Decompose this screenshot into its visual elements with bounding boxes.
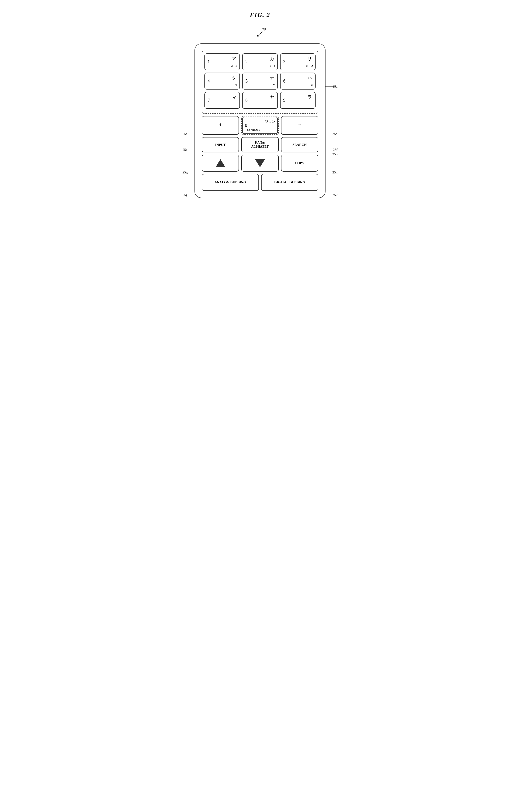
key-3[interactable]: 3 サ K - O (280, 53, 316, 70)
key-symbols-dashed: 0 ワラン SYMBOLS (241, 116, 279, 135)
key-8[interactable]: 8 ヤ (242, 92, 278, 109)
ref-25k: 25k (333, 193, 338, 197)
key-2-alpha: F - J (270, 64, 275, 68)
ref-25-arrow (253, 30, 267, 39)
key-3-kana: サ (307, 56, 312, 62)
key-analog-dubbing-label: ANALOG DUBBING (215, 180, 246, 184)
key-3-alpha: K - O (306, 64, 313, 68)
up-triangle-icon (215, 159, 226, 167)
ref-25j: 25j (183, 193, 187, 197)
key-5-number: 5 (245, 78, 248, 84)
key-9-kana: ラ (307, 94, 312, 100)
key-8-kana: ヤ (270, 94, 274, 100)
key-digital-dubbing[interactable]: DIGITAL DUBBING (261, 174, 318, 191)
key-analog-dubbing[interactable]: ANALOG DUBBING (202, 174, 259, 191)
key-4[interactable]: 4 タ P - T (204, 73, 240, 90)
key-7[interactable]: 7 マ (204, 92, 240, 109)
key-hash[interactable]: # (281, 116, 318, 135)
key-1[interactable]: 1 ア A - E (204, 53, 240, 70)
key-kana-alphabet-label: KANA/ALPHABET (251, 141, 268, 149)
key-input-label: INPUT (215, 143, 226, 147)
key-1-number: 1 (208, 59, 210, 65)
key-6-alpha: Z (311, 83, 313, 87)
key-0-kana: ワラン (265, 119, 276, 124)
key-6-kana: ハ (307, 75, 312, 81)
key-hash-label: # (298, 122, 301, 128)
ref-25e: 25e (183, 148, 187, 152)
key-4-kana: タ (232, 75, 236, 81)
ref-25g: 25g (183, 171, 188, 174)
dashed-region-25a: 1 ア A - E 2 カ F - J 3 サ K - O 4 タ P (202, 51, 318, 114)
key-7-kana: マ (232, 94, 236, 100)
key-4-alpha: P - T (232, 83, 237, 87)
key-5-kana: ナ (270, 75, 274, 81)
key-2[interactable]: 2 カ F - J (242, 53, 278, 70)
key-search-label: SEARCH (292, 143, 307, 147)
key-0[interactable]: 0 ワラン SYMBOLS (242, 117, 278, 134)
key-3-number: 3 (283, 59, 286, 65)
func-row: INPUT KANA/ALPHABET SEARCH (202, 137, 318, 152)
key-9[interactable]: 9 ラ (280, 92, 316, 109)
key-star-label: * (219, 122, 222, 129)
down-triangle-icon (255, 159, 265, 167)
key-digital-dubbing-label: DIGITAL DUBBING (274, 180, 305, 184)
figure-title: FIG. 2 (192, 11, 328, 19)
key-star[interactable]: * (202, 116, 239, 135)
key-search[interactable]: SEARCH (281, 137, 318, 152)
dubbing-row: ANALOG DUBBING DIGITAL DUBBING (202, 174, 318, 191)
page: FIG. 2 25 1 ア A - E 2 カ F - J (188, 4, 332, 212)
key-kana-alphabet[interactable]: KANA/ALPHABET (241, 137, 279, 152)
ref-25a-line (325, 86, 336, 87)
key-1-kana: ア (232, 56, 236, 62)
key-copy[interactable]: COPY (281, 155, 318, 172)
bottom-num-row: * 0 ワラン SYMBOLS # (202, 116, 318, 135)
key-6-number: 6 (283, 78, 286, 84)
key-2-number: 2 (245, 59, 248, 65)
key-0-label: SYMBOLS (247, 128, 260, 131)
numpad-grid: 1 ア A - E 2 カ F - J 3 サ K - O 4 タ P (204, 53, 316, 109)
key-2-kana: カ (270, 56, 274, 62)
ref-25c: 25c (183, 132, 187, 136)
key-0-number: 0 (245, 123, 247, 128)
key-5-alpha: U - Y (268, 83, 275, 87)
ref-25h: 25h (333, 171, 338, 174)
key-8-number: 8 (245, 98, 248, 103)
svg-marker-1 (257, 35, 259, 37)
key-up[interactable] (202, 155, 239, 172)
key-5[interactable]: 5 ナ U - Y (242, 73, 278, 90)
device-panel: 1 ア A - E 2 カ F - J 3 サ K - O 4 タ P (194, 43, 326, 198)
ref-25b: 25b (333, 152, 338, 156)
key-7-number: 7 (208, 98, 210, 103)
key-9-number: 9 (283, 98, 286, 103)
key-4-number: 4 (208, 78, 210, 84)
ref-25d: 25d (333, 132, 338, 136)
nav-row: COPY (202, 155, 318, 172)
key-1-alpha: A - E (231, 64, 237, 68)
key-down[interactable] (241, 155, 279, 172)
key-input[interactable]: INPUT (202, 137, 239, 152)
key-copy-label: COPY (295, 161, 305, 165)
key-6[interactable]: 6 ハ Z (280, 73, 316, 90)
ref-25f: 25f (333, 148, 337, 152)
